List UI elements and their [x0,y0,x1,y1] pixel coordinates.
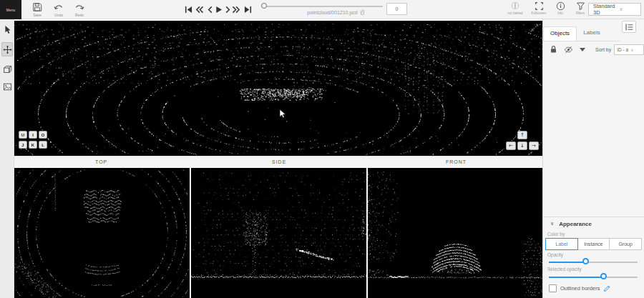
pointcloud-3d-canvas[interactable] [14,21,542,156]
ortho-label-band: TOP SIDE FRONT [14,156,542,168]
pointcloud-side-canvas[interactable] [191,168,366,298]
front-view-label: FRONT [446,159,467,164]
color-by-segmented-control: Label Instance Group [546,238,642,250]
fast-forward-icon [232,6,241,14]
collapse-chevron-icon: ∨ [550,221,554,227]
chevron-down-icon: ∨ [615,6,640,12]
hotkey-k[interactable]: K [29,141,37,149]
brain-icon [510,1,520,11]
frame-number-input[interactable] [386,3,407,15]
top-viewport[interactable] [14,168,190,298]
fast-backward-icon [195,6,204,14]
fullscreen-icon [535,1,544,11]
panel-tabs: Objects Labels [543,26,620,41]
skip-end-icon [244,6,252,14]
redo-label: Redo [75,13,84,17]
caret-down-icon[interactable] [580,48,585,51]
save-icon [32,2,42,12]
fullscreen-button[interactable]: Fullscreen [527,1,551,15]
top-toolbar: Menu Save Undo Redo pointcloud/001210.pc… [0,0,644,19]
expand-view-icon[interactable] [530,23,540,32]
color-by-label-button[interactable]: Label [545,238,578,250]
ai-status-label: not trained [507,11,522,15]
arrow-down-key[interactable]: ↓ [517,141,527,150]
main-3d-viewport[interactable]: U I O J K L ↑ ← ↓ → [14,21,542,156]
pointcloud-top-canvas[interactable] [14,168,190,298]
opacity-slider[interactable] [549,258,638,267]
info-icon [556,1,565,11]
ai-status-button[interactable]: not trained [503,1,527,15]
paperclip-icon [360,9,366,16]
save-button[interactable]: Save [27,2,47,17]
play-button[interactable] [213,5,223,14]
opacity-label: Opacity [547,252,563,257]
chevron-down-icon: ∨ [628,47,643,52]
outlined-borders-checkbox[interactable] [549,284,557,292]
filename-row: pointcloud/001210.pcd [279,9,394,16]
arrow-up-key[interactable]: ↑ [517,131,527,139]
undo-button[interactable]: Undo [49,2,69,17]
hotkey-l[interactable]: L [39,141,47,149]
move-tool-button[interactable] [1,42,13,56]
skip-start-icon [185,6,192,14]
color-by-label: Color by [547,232,565,237]
arrow-left-key[interactable]: ← [506,141,516,150]
filter-icon [576,1,585,11]
top-view-label: TOP [95,159,107,164]
tab-labels[interactable]: Labels [577,26,607,41]
color-by-instance-button[interactable]: Instance [577,238,610,250]
menu-button[interactable]: Menu [0,0,21,19]
visibility-off-icon[interactable] [564,46,573,54]
hotkey-o[interactable]: O [39,131,47,139]
lock-icon[interactable] [550,45,557,54]
front-viewport[interactable] [368,168,542,298]
fast-forward-button[interactable] [231,5,241,14]
move-icon [3,45,12,54]
objects-toolbar: Sort by ID - as... ∨ [543,41,644,57]
panel-toggle-button[interactable] [622,21,636,33]
right-panel: Objects Labels Sort by ID - as... ∨ ∨ Ap… [542,19,644,298]
color-by-group-button[interactable]: Group [609,238,642,250]
opacity-slider-thumb[interactable] [582,258,589,264]
skip-end-button[interactable] [243,5,253,14]
side-view-label: SIDE [272,159,286,164]
menu-label: Menu [6,8,16,12]
cursor-icon [3,25,11,34]
edit-pencil-icon[interactable] [603,284,611,292]
filters-label: Filters [576,11,585,15]
arrow-right-key[interactable]: → [529,141,539,150]
step-backward-icon [207,6,213,14]
image-icon [3,83,12,91]
tab-objects[interactable]: Objects [543,26,577,41]
step-forward-icon [225,6,231,14]
cuboid-tool-button[interactable] [1,64,13,75]
app-root: Menu Save Undo Redo pointcloud/001210.pc… [0,0,644,298]
skip-start-button[interactable] [183,5,193,14]
side-viewport[interactable] [191,168,366,298]
view-mode-select[interactable]: Standard 3D ∨ [588,3,641,16]
info-label: Info [557,11,563,15]
image-tool-button[interactable] [1,81,13,92]
frame-slider-thumb[interactable] [261,3,267,9]
outlined-borders-row: Outlined borders [549,284,611,292]
selected-opacity-slider-thumb[interactable] [600,273,607,279]
fast-backward-button[interactable] [194,5,204,14]
undo-label: Undo [54,13,63,17]
frame-slider[interactable] [263,6,383,7]
selected-opacity-slider-fill [549,277,604,278]
hotkey-j[interactable]: J [19,141,27,149]
redo-button[interactable]: Redo [69,2,89,17]
left-tool-rail [0,19,14,298]
fullscreen-label: Fullscreen [532,11,547,15]
pointcloud-front-canvas[interactable] [368,168,542,298]
selected-opacity-slider[interactable] [549,273,638,282]
hotkey-u[interactable]: U [19,131,27,139]
sort-by-select[interactable]: ID - as... ∨ [614,44,644,55]
appearance-header[interactable]: ∨ Appearance [543,217,644,230]
hotkey-i[interactable]: I [29,131,37,139]
panel-toggle-icon [625,23,634,31]
play-icon [215,6,223,14]
select-tool-button[interactable] [1,24,13,35]
outlined-borders-label: Outlined borders [560,285,600,292]
sort-by-value: ID - as... [615,47,628,52]
